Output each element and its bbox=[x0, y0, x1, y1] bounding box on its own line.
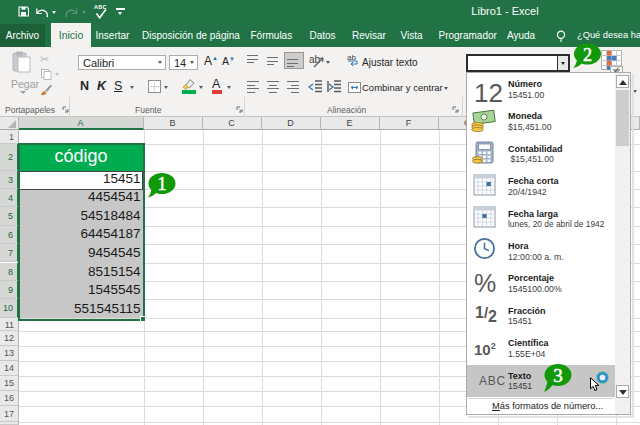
svg-text:1: 1 bbox=[158, 174, 167, 194]
svg-text:3: 3 bbox=[553, 365, 563, 386]
svg-text:2: 2 bbox=[583, 45, 592, 65]
